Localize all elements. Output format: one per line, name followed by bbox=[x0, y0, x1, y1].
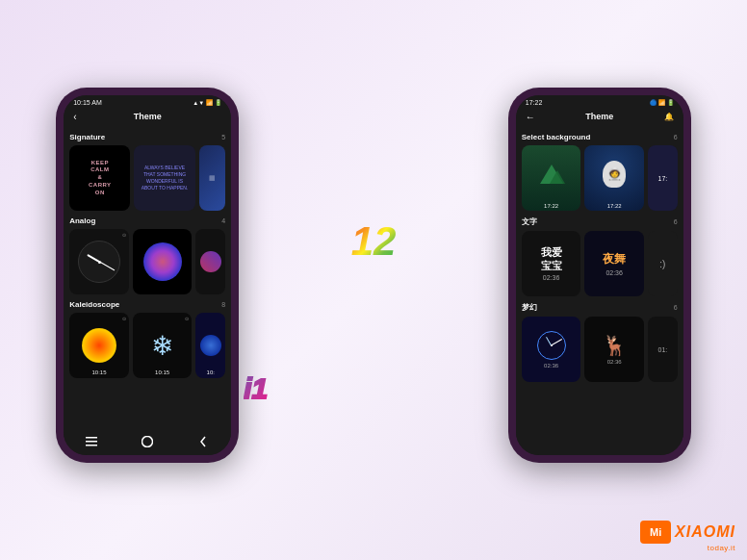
chinese-time-2: 02:36 bbox=[605, 269, 623, 276]
menghuan-title: 梦幻 bbox=[522, 302, 537, 313]
chinese-card-1[interactable]: 我爱宝宝 02:36 bbox=[522, 231, 581, 296]
kaleido-card-3[interactable]: 10: bbox=[195, 313, 225, 378]
right-phone: 17:22 🔵 📶 🔋 ← Theme 🔔 bbox=[508, 88, 691, 463]
miui-i1-logo: i1 bbox=[244, 372, 268, 405]
back-nav-icon[interactable] bbox=[195, 434, 211, 449]
mountain-time: 17:22 bbox=[544, 203, 558, 209]
analog-card-3[interactable] bbox=[195, 229, 225, 294]
bg-card-3[interactable]: 17: bbox=[648, 145, 678, 211]
analog-clock-card[interactable]: ⊙ bbox=[69, 229, 129, 294]
deer-time: 02:36 bbox=[607, 359, 622, 365]
chinese-time-1: 02:36 bbox=[543, 274, 560, 281]
menu-nav-icon[interactable] bbox=[84, 434, 99, 449]
clock-face bbox=[78, 241, 120, 283]
keep-calm-text: KEEPCALM&CARRYON bbox=[89, 160, 112, 197]
astronaut-card[interactable]: 🧑‍🚀 17:22 bbox=[584, 145, 644, 211]
select-bg-title: Select background bbox=[522, 133, 591, 141]
chinese-text-1: 我爱宝宝 bbox=[541, 246, 562, 271]
wenzi-title: 文字 bbox=[522, 216, 537, 227]
left-time: 10:15 AM bbox=[73, 99, 102, 106]
kaleido-count: 8 bbox=[221, 301, 225, 308]
right-time: 17:22 bbox=[526, 99, 543, 106]
right-screen-content: Select background 6 17:2 bbox=[516, 125, 683, 449]
snowflake-card[interactable]: ⊙ ❄ 10:15 bbox=[133, 313, 193, 378]
signature-card-3[interactable]: ▦ bbox=[199, 145, 226, 211]
left-screen-content: Signature 5 KEEPCALM&CARRYON ALWAYS BELI… bbox=[64, 125, 231, 428]
analog-cards-row: ⊙ bbox=[69, 229, 225, 294]
emoji-text: :) bbox=[659, 259, 665, 269]
analog-badge: ⊙ bbox=[122, 232, 126, 238]
kaleido-cards-row: ⊙ 10:15 ⊙ ❄ 10:15 10: bbox=[69, 313, 225, 378]
left-back-button[interactable]: ‹ bbox=[73, 112, 76, 122]
kaleido-title: Kaleidoscope bbox=[69, 300, 119, 309]
right-status-icons: 🔵 📶 🔋 bbox=[650, 99, 674, 106]
right-bottom-bar bbox=[516, 449, 683, 455]
signature-count: 5 bbox=[221, 134, 225, 140]
kaleido-burst-card[interactable]: ⊙ 10:15 bbox=[69, 313, 129, 378]
menghuan-cards-row: 02:36 🦌 02:36 01: bbox=[522, 317, 678, 382]
svg-rect-0 bbox=[86, 437, 97, 439]
xiaomi-watermark: Mi XIAOMI today.it bbox=[640, 521, 735, 552]
xiaomi-site-text: today.it bbox=[708, 544, 735, 552]
kaleido-time-1: 10:15 bbox=[91, 369, 106, 375]
deer-card[interactable]: 🦌 02:36 bbox=[584, 317, 644, 382]
svg-rect-1 bbox=[86, 441, 97, 443]
left-phone: 10:15 AM ▲▼ 📶 🔋 ‹ Theme Signa bbox=[56, 88, 239, 463]
emoji-card[interactable]: :) bbox=[648, 231, 678, 296]
svg-rect-2 bbox=[86, 445, 97, 446]
right-bell-icon[interactable]: 🔔 bbox=[664, 113, 674, 121]
fantasy-clock-time: 02:36 bbox=[544, 363, 558, 369]
radial-burst bbox=[82, 328, 116, 363]
always-believe-text: ALWAYS BELIEVE THAT SOMETHING WONDERFUL … bbox=[138, 165, 191, 191]
home-nav-icon[interactable] bbox=[140, 434, 155, 449]
select-bg-count: 6 bbox=[674, 134, 678, 140]
left-status-icons: ▲▼ 📶 🔋 bbox=[193, 99, 221, 106]
xiaomi-logo-box: Mi bbox=[640, 521, 671, 544]
dots-pattern bbox=[143, 242, 182, 281]
select-bg-header: Select background 6 bbox=[522, 133, 678, 141]
menghuan-count: 6 bbox=[674, 304, 678, 311]
snowflake-shape: ❄ bbox=[145, 328, 180, 363]
xiaomi-brand-text: XIAOMI bbox=[675, 523, 735, 541]
wenzi-count: 6 bbox=[674, 218, 678, 225]
menghuan-section-header: 梦幻 6 bbox=[522, 302, 678, 313]
menghuan-card-3[interactable]: 01: bbox=[648, 317, 678, 382]
deer-icon: 🦌 bbox=[603, 334, 627, 357]
analog-section-header: Analog 4 bbox=[69, 216, 225, 225]
miui-12-logo: 12 bbox=[351, 221, 397, 262]
left-status-bar: 10:15 AM ▲▼ 📶 🔋 bbox=[64, 95, 231, 108]
signature-cards-row: KEEPCALM&CARRYON ALWAYS BELIEVE THAT SOM… bbox=[69, 145, 225, 211]
wenzi-cards-row: 我爱宝宝 02:36 夜舞 02:36 :) bbox=[522, 231, 678, 296]
left-header: ‹ Theme bbox=[64, 108, 231, 125]
always-believe-card[interactable]: ALWAYS BELIEVE THAT SOMETHING WONDERFUL … bbox=[134, 145, 194, 211]
left-nav-bar bbox=[64, 428, 231, 455]
minute-hand bbox=[99, 262, 115, 271]
select-bg-cards-row: 17:22 🧑‍🚀 17:22 17: bbox=[522, 145, 678, 211]
right-header: ← Theme 🔔 bbox=[516, 108, 683, 125]
mountain-card[interactable]: 17:22 bbox=[522, 145, 581, 211]
right-status-bar: 17:22 🔵 📶 🔋 bbox=[516, 95, 683, 108]
fantasy-clock-card[interactable]: 02:36 bbox=[522, 317, 581, 382]
analog-title: Analog bbox=[69, 216, 95, 225]
signature-title: Signature bbox=[69, 133, 105, 141]
svg-point-3 bbox=[142, 437, 153, 447]
right-screen-title: Theme bbox=[585, 112, 613, 121]
wenzi-section-header: 文字 6 bbox=[522, 216, 678, 227]
signature-section-header: Signature 5 bbox=[69, 133, 225, 141]
chinese-card-2[interactable]: 夜舞 02:36 bbox=[584, 231, 644, 296]
kaleido-time-2: 10:15 bbox=[155, 369, 169, 375]
kaleido-badge-2: ⊙ bbox=[185, 316, 189, 321]
kaleido-section-header: Kaleidoscope 8 bbox=[69, 300, 225, 309]
chinese-text-2: 夜舞 bbox=[603, 251, 626, 267]
kaleido-badge-1: ⊙ bbox=[122, 316, 126, 321]
astronaut-time: 17:22 bbox=[607, 203, 622, 209]
analog-count: 4 bbox=[221, 217, 225, 224]
keep-calm-card[interactable]: KEEPCALM&CARRYON bbox=[69, 145, 130, 211]
left-screen-title: Theme bbox=[134, 112, 162, 121]
clock-center-dot bbox=[98, 261, 101, 264]
miui-12-logo-area: 12 bbox=[351, 221, 397, 262]
dots-card[interactable] bbox=[133, 229, 193, 294]
right-back-button[interactable]: ← bbox=[526, 112, 535, 122]
